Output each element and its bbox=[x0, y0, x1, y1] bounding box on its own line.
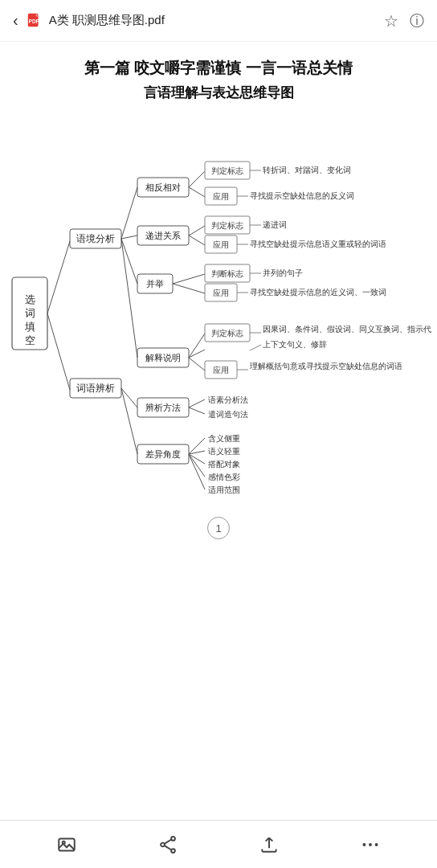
mindmap-container: 选 词 填 空 语境分析 相反相对 判定标志 转折词、对踹词、变化词 bbox=[2, 117, 435, 502]
svg-point-97 bbox=[375, 843, 378, 846]
top-bar: ‹ PDF A类 职测思维导图.pdf ☆ ⓘ bbox=[0, 0, 437, 42]
page-number-badge: 1 bbox=[207, 517, 230, 539]
svg-text:搭配对象: 搭配对象 bbox=[208, 460, 240, 469]
svg-text:空: 空 bbox=[25, 334, 35, 346]
svg-line-55 bbox=[189, 358, 205, 371]
page-heading: 第一篇 咬文嚼字需谨慎 一言一语总关情 bbox=[76, 56, 361, 80]
svg-line-73 bbox=[189, 407, 205, 414]
svg-line-8 bbox=[47, 313, 70, 390]
svg-line-93 bbox=[165, 839, 172, 843]
svg-line-60 bbox=[250, 345, 261, 350]
svg-line-82 bbox=[189, 454, 205, 489]
svg-text:判断标志: 判断标志 bbox=[211, 269, 243, 278]
svg-text:适用范围: 适用范围 bbox=[208, 485, 240, 494]
svg-text:判定标志: 判定标志 bbox=[211, 329, 243, 338]
svg-line-81 bbox=[189, 454, 205, 477]
bottom-bar bbox=[0, 820, 437, 868]
svg-text:寻找提示空缺处信息的反义词: 寻找提示空缺处信息的反义词 bbox=[250, 191, 354, 200]
file-title: A类 职测思维导图.pdf bbox=[49, 13, 373, 28]
svg-rect-88 bbox=[59, 838, 75, 850]
svg-line-18 bbox=[189, 187, 205, 197]
back-button[interactable]: ‹ bbox=[13, 11, 18, 30]
svg-line-30 bbox=[189, 235, 205, 245]
svg-text:语素分析法: 语素分析法 bbox=[208, 395, 248, 404]
pdf-icon: PDF bbox=[25, 11, 44, 31]
svg-line-41 bbox=[173, 274, 205, 284]
share-icon-button[interactable] bbox=[157, 834, 178, 855]
svg-point-92 bbox=[171, 849, 175, 853]
svg-point-95 bbox=[362, 843, 366, 846]
svg-text:判定标志: 判定标志 bbox=[211, 221, 243, 230]
svg-point-96 bbox=[369, 843, 372, 846]
svg-text:应用: 应用 bbox=[213, 192, 229, 201]
svg-line-72 bbox=[189, 399, 205, 407]
svg-text:因果词、条件词、假设词、同义互换词、指示代词、标点符号: 因果词、条件词、假设词、同义互换词、指示代词、标点符号 bbox=[263, 325, 431, 334]
svg-line-14 bbox=[121, 239, 137, 358]
svg-text:上下文句义、修辞: 上下文句义、修辞 bbox=[263, 340, 327, 349]
page-subheading: 言语理解与表达思维导图 bbox=[144, 84, 294, 102]
svg-line-11 bbox=[121, 187, 137, 239]
info-button[interactable]: ⓘ bbox=[410, 11, 424, 31]
svg-line-7 bbox=[47, 241, 70, 313]
svg-line-17 bbox=[189, 171, 205, 187]
svg-point-90 bbox=[171, 837, 175, 841]
svg-text:并列的句子: 并列的句子 bbox=[263, 268, 303, 277]
svg-text:理解概括句意或寻找提示空缺处信息的词语: 理解概括句意或寻找提示空缺处信息的词语 bbox=[250, 362, 402, 371]
star-button[interactable]: ☆ bbox=[384, 11, 398, 31]
svg-text:判定标志: 判定标志 bbox=[211, 166, 243, 175]
svg-text:含义侧重: 含义侧重 bbox=[208, 434, 240, 443]
svg-text:递进词: 递进词 bbox=[263, 220, 287, 229]
svg-text:语境分析: 语境分析 bbox=[76, 233, 115, 244]
svg-text:遣词造句法: 遣词造句法 bbox=[208, 410, 248, 419]
page-number-area: 1 bbox=[207, 517, 230, 539]
svg-text:词语辨析: 词语辨析 bbox=[76, 383, 115, 394]
svg-text:寻找空缺处提示信息的近义词、一致词: 寻找空缺处提示信息的近义词、一致词 bbox=[250, 288, 386, 297]
svg-point-91 bbox=[161, 842, 165, 846]
svg-text:转折词、对踹词、变化词: 转折词、对踹词、变化词 bbox=[263, 166, 351, 174]
svg-text:寻找空缺处提示信息语义重或轻的词语: 寻找空缺处提示信息语义重或轻的词语 bbox=[250, 240, 386, 248]
svg-text:应用: 应用 bbox=[213, 240, 229, 249]
content-area: 第一篇 咬文嚼字需谨慎 一言一语总关情 言语理解与表达思维导图 选 词 填 空 … bbox=[0, 42, 437, 820]
svg-line-12 bbox=[121, 235, 137, 239]
image-icon-button[interactable] bbox=[56, 834, 77, 855]
svg-text:相反相对: 相反相对 bbox=[145, 182, 181, 192]
svg-text:填: 填 bbox=[24, 321, 35, 333]
svg-text:解释说明: 解释说明 bbox=[145, 353, 181, 362]
svg-text:应用: 应用 bbox=[213, 289, 229, 297]
svg-text:词: 词 bbox=[25, 307, 35, 319]
svg-text:并举: 并举 bbox=[146, 279, 164, 289]
svg-text:递进关系: 递进关系 bbox=[145, 231, 181, 240]
svg-line-13 bbox=[121, 239, 137, 284]
more-icon-button[interactable] bbox=[360, 834, 381, 855]
mindmap-svg: 选 词 填 空 语境分析 相反相对 判定标志 转折词、对踹词、变化词 bbox=[6, 117, 431, 502]
svg-line-29 bbox=[189, 226, 205, 235]
svg-text:语义轻重: 语义轻重 bbox=[208, 447, 240, 456]
svg-text:差异角度: 差异角度 bbox=[145, 449, 181, 459]
upload-icon-button[interactable] bbox=[259, 834, 280, 855]
svg-text:感情色彩: 感情色彩 bbox=[208, 473, 240, 481]
svg-text:选: 选 bbox=[25, 293, 35, 305]
svg-text:辨析方法: 辨析方法 bbox=[145, 403, 181, 412]
svg-line-42 bbox=[173, 284, 205, 293]
svg-text:PDF: PDF bbox=[28, 18, 39, 23]
svg-text:应用: 应用 bbox=[213, 366, 229, 375]
svg-line-94 bbox=[165, 845, 172, 850]
